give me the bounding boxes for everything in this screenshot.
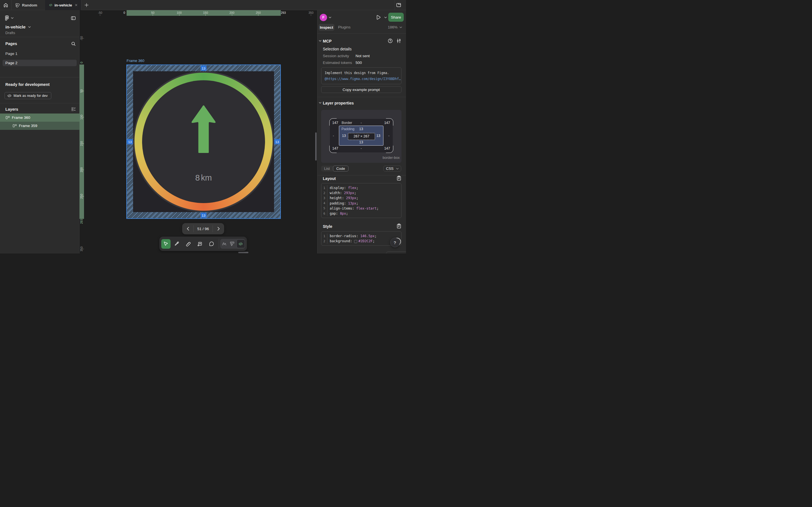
frame-label[interactable]: Frame 360 <box>126 59 144 63</box>
canvas[interactable]: Frame 360 8 km 13 13 13 13 <box>80 10 317 253</box>
border-top-value[interactable]: - <box>361 121 362 125</box>
padding-bottom-value[interactable]: 13 <box>359 140 363 144</box>
comment-icon <box>209 241 214 246</box>
tab-list[interactable]: List <box>321 166 333 172</box>
figma-logo[interactable] <box>5 15 9 21</box>
border-bottom-value[interactable]: - <box>361 147 362 151</box>
selection-details-label: Selection details <box>323 47 352 51</box>
padding-badge-top[interactable]: 13 <box>201 66 207 71</box>
tab-inspect[interactable]: Inspect <box>319 24 335 31</box>
section-divider <box>0 37 80 37</box>
clipboard-icon[interactable] <box>397 224 401 228</box>
example-prompt-box[interactable]: Implement this design from Figma. @https… <box>321 67 402 84</box>
css-value: #2D2C2F <box>358 239 373 243</box>
tab-in-vehicle[interactable]: in-vehicle <box>45 0 82 10</box>
avatar[interactable]: F <box>320 14 327 21</box>
new-tab-button[interactable] <box>81 0 92 10</box>
padding-badge-right[interactable]: 13 <box>274 139 280 145</box>
collapse-all-icon[interactable] <box>71 107 75 111</box>
border-left-value[interactable]: - <box>333 134 334 138</box>
chevron-down-icon[interactable] <box>384 17 387 18</box>
ruler-tick <box>100 14 100 16</box>
code-tool-button[interactable] <box>237 239 245 248</box>
box-model-content-box[interactable]: 267 × 267 <box>348 133 375 140</box>
clipboard-icon[interactable] <box>397 176 401 180</box>
css-property: padding: <box>330 202 348 205</box>
play-icon[interactable] <box>376 15 380 20</box>
section-divider <box>0 103 80 103</box>
chevron-down-icon[interactable] <box>319 102 321 104</box>
file-location[interactable]: Drafts <box>5 31 15 35</box>
padding-left-value[interactable]: 13 <box>342 134 346 138</box>
radius-bottom-left: 147 <box>333 147 338 151</box>
border-label: Border <box>342 121 352 125</box>
tab-random[interactable]: Random <box>11 0 45 10</box>
chevron-down-icon[interactable] <box>28 26 31 28</box>
layout-section-title: Layout <box>323 176 336 181</box>
ruler-label: 350 <box>308 11 313 14</box>
language-select[interactable]: CSS <box>384 166 401 172</box>
copy-example-prompt-button[interactable]: Copy example prompt <box>321 86 402 93</box>
page-navigation: 51 / 96 <box>182 223 224 234</box>
estimated-tokens-label: Estimated tokens <box>323 61 352 65</box>
search-icon[interactable] <box>71 42 75 46</box>
help-button[interactable]: ? <box>390 238 400 247</box>
file-name[interactable]: in-vehicle <box>5 24 26 30</box>
layer-properties-title[interactable]: Layer properties <box>323 101 354 105</box>
cursor-icon <box>163 241 168 246</box>
radius-bottom-right: 147 <box>384 147 390 151</box>
tab-code[interactable]: Code <box>333 166 349 172</box>
css-property: display: <box>330 186 348 190</box>
prev-page-button[interactable] <box>182 223 193 234</box>
box-model-padding-box: Padding 13 13 13 13 267 × 267 <box>339 126 384 146</box>
share-button[interactable]: Share <box>388 13 404 22</box>
mcp-section-title[interactable]: MCP <box>323 39 332 43</box>
canvas-vertical-scrollbar[interactable] <box>315 132 317 161</box>
windows-overview-button[interactable] <box>393 0 404 10</box>
ruler-label: 293 <box>281 11 286 14</box>
radius-top-right: 147 <box>384 121 390 125</box>
ruler-icon <box>186 241 191 246</box>
annotate-tool-button[interactable] <box>194 237 206 251</box>
zoom-level[interactable]: 186% <box>388 25 398 29</box>
sliders-icon[interactable] <box>397 39 401 43</box>
padding-right-value[interactable]: 13 <box>376 134 380 138</box>
comment-tool-button[interactable] <box>206 237 218 251</box>
sidebar-page-2[interactable]: Page 2 <box>3 60 77 66</box>
border-right-value[interactable]: - <box>388 134 389 138</box>
select-tool-button[interactable] <box>161 239 170 249</box>
estimated-tokens-value: 500 <box>356 61 362 65</box>
layer-row-frame-360[interactable]: Frame 360 <box>0 114 80 122</box>
close-icon[interactable] <box>75 3 77 7</box>
page-counter: 51 / 96 <box>194 227 213 231</box>
chevron-down-icon[interactable] <box>319 40 321 42</box>
home-button[interactable] <box>0 0 11 10</box>
home-icon <box>3 3 8 8</box>
chevron-down-icon[interactable] <box>400 26 402 28</box>
css-property: border-radius: <box>330 234 360 238</box>
padding-badge-bottom[interactable]: 13 <box>201 213 207 218</box>
selected-frame[interactable]: 8 km <box>126 64 281 219</box>
sidebar-page-1[interactable]: Page 1 <box>5 52 17 56</box>
measure-tool-button[interactable] <box>229 239 236 249</box>
padding-top-value[interactable]: 13 <box>359 127 363 131</box>
sidebar-toggle-icon[interactable] <box>71 16 75 20</box>
figma-app: Random in-vehicle <box>0 0 406 253</box>
help-circle-icon[interactable] <box>388 39 393 43</box>
ruler-tick <box>83 249 84 249</box>
chevron-down-icon[interactable] <box>329 17 331 18</box>
padding-badge-left[interactable]: 13 <box>127 139 133 145</box>
tab-plugins[interactable]: Plugins <box>338 25 350 29</box>
plus-icon <box>85 3 89 7</box>
next-page-button[interactable] <box>213 223 224 234</box>
color-swatch[interactable] <box>354 240 357 243</box>
box-sizing-label: border-box <box>383 156 400 160</box>
chevron-down-icon[interactable] <box>11 17 13 19</box>
scribble-tool-button[interactable] <box>220 239 229 249</box>
layer-row-frame-359[interactable]: Frame 359 <box>0 122 80 130</box>
section-divider <box>0 77 80 77</box>
eyedropper-tool-button[interactable] <box>170 237 183 251</box>
canvas-horizontal-scrollbar[interactable] <box>238 252 248 253</box>
ruler-tool-button[interactable] <box>183 237 194 251</box>
mark-ready-for-dev-button[interactable]: Mark as ready for dev <box>4 92 51 99</box>
